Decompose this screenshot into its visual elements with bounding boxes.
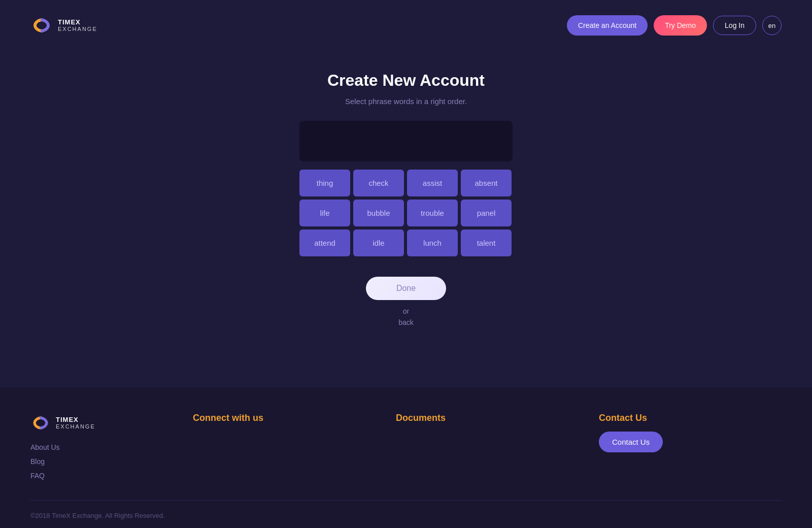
word-grid: thingcheckassistabsentlifebubbletroublep…: [299, 170, 513, 256]
footer-nav-link[interactable]: Blog: [30, 457, 173, 466]
create-account-button[interactable]: Create an Account: [567, 15, 648, 36]
page-title: Create New Account: [327, 71, 485, 90]
footer-contact-section: Contact Us Contact Us: [599, 413, 782, 480]
copyright-text: ©2018 TimeX Exchange. All Rights Reserve…: [30, 512, 165, 519]
contact-button[interactable]: Contact Us: [599, 432, 663, 452]
connect-title: Connect with us: [193, 413, 376, 423]
footer-brand-name: TIMEX: [56, 416, 95, 424]
word-button[interactable]: check: [353, 170, 404, 196]
phrase-display-area: [299, 121, 513, 161]
header-nav: Create an Account Try Demo Log In en: [567, 15, 782, 36]
login-button[interactable]: Log In: [713, 16, 756, 35]
logo-text: TIMEX EXCHANGE: [58, 18, 97, 33]
brand-name: TIMEX: [58, 18, 97, 26]
brand-sub: EXCHANGE: [58, 26, 97, 32]
footer-brand-sub: EXCHANGE: [56, 423, 95, 430]
logo: TIMEX EXCHANGE: [30, 14, 97, 37]
documents-title: Documents: [396, 413, 579, 423]
header: TIMEX EXCHANGE Create an Account Try Dem…: [0, 0, 812, 51]
word-button[interactable]: talent: [461, 229, 512, 256]
footer-connect-section: Connect with us: [193, 413, 376, 480]
language-button[interactable]: en: [762, 16, 782, 35]
footer-nav: About UsBlogFAQ: [30, 443, 173, 480]
footer: TIMEX EXCHANGE About UsBlogFAQ Connect w…: [0, 387, 812, 528]
footer-documents-section: Documents: [396, 413, 579, 480]
footer-logo-icon: [30, 413, 51, 433]
footer-logo-area: TIMEX EXCHANGE About UsBlogFAQ: [30, 413, 173, 480]
page-subtitle: Select phrase words in a right order.: [345, 97, 467, 106]
word-button[interactable]: trouble: [407, 200, 458, 226]
done-button[interactable]: Done: [366, 277, 446, 300]
word-button[interactable]: panel: [461, 200, 512, 226]
footer-nav-link[interactable]: About Us: [30, 443, 173, 451]
word-button[interactable]: assist: [407, 170, 458, 196]
word-button[interactable]: absent: [461, 170, 512, 196]
word-button[interactable]: life: [299, 200, 350, 226]
word-button[interactable]: lunch: [407, 229, 458, 256]
back-link[interactable]: back: [398, 318, 414, 326]
word-button[interactable]: bubble: [353, 200, 404, 226]
footer-nav-link[interactable]: FAQ: [30, 472, 173, 480]
or-text: or: [403, 307, 409, 315]
word-button[interactable]: attend: [299, 229, 350, 256]
try-demo-button[interactable]: Try Demo: [654, 15, 707, 36]
footer-bottom: ©2018 TimeX Exchange. All Rights Reserve…: [30, 500, 782, 520]
word-button[interactable]: thing: [299, 170, 350, 196]
footer-top: TIMEX EXCHANGE About UsBlogFAQ Connect w…: [30, 413, 782, 480]
contact-title: Contact Us: [599, 413, 782, 423]
word-button[interactable]: idle: [353, 229, 404, 256]
timex-logo-icon: [30, 14, 53, 37]
footer-logo-row: TIMEX EXCHANGE: [30, 413, 173, 433]
footer-logo-text: TIMEX EXCHANGE: [56, 416, 95, 431]
main-content: Create New Account Select phrase words i…: [0, 51, 812, 367]
